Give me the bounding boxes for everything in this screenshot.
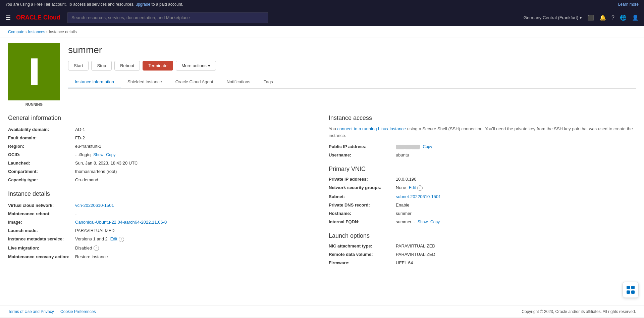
metadata-service-value: Versions 1 and 2: [75, 236, 108, 241]
instance-status-badge: RUNNING: [25, 102, 43, 106]
capacity-type-label: Capacity type:: [8, 177, 75, 182]
vcn-link[interactable]: vcn-20220610-1501: [75, 203, 114, 208]
tabs: Instance information Shielded instance O…: [68, 76, 636, 89]
compartment-row: Compartment: thomasmartens (root): [8, 169, 315, 174]
maintenance-reboot-row: Maintenance reboot: -: [8, 211, 315, 216]
region-info-value: eu-frankfurt-1: [75, 144, 101, 149]
launch-mode-value: PARAVIRTUALIZED: [75, 228, 115, 233]
svg-rect-2: [627, 290, 630, 294]
private-ip-value: 10.0.0.190: [396, 177, 416, 182]
tab-instance-information[interactable]: Instance information: [68, 76, 121, 88]
nsg-info-icon[interactable]: i: [417, 185, 423, 191]
footer: Terms of Use and Privacy Cookie Preferen…: [0, 306, 644, 317]
public-ip-copy-link[interactable]: Copy: [423, 144, 432, 149]
compartment-value: thomasmartens (root): [75, 169, 117, 174]
header-right: Germany Central (Frankfurt) ▾ ⬛ 🔔 ? 🌐 👤: [524, 14, 639, 21]
private-dns-label: Private DNS record:: [329, 202, 396, 208]
private-dns-value: Enable: [396, 202, 409, 208]
maintenance-reboot-value: -: [75, 211, 76, 216]
instance-access-desc: You connect to a running Linux instance …: [329, 126, 636, 139]
network-security-groups-row: Network security groups: None Edit i: [329, 185, 636, 191]
ocid-copy-link[interactable]: Copy: [106, 152, 115, 157]
launch-mode-row: Launch mode: PARAVIRTUALIZED: [8, 228, 315, 233]
public-ip-row: Public IP address: ███ ██ ███ Copy: [329, 144, 636, 149]
svg-rect-1: [631, 286, 635, 289]
general-info-title: General information: [8, 115, 315, 122]
fqdn-copy-link[interactable]: Copy: [430, 220, 440, 224]
instance-image: [8, 43, 60, 100]
oracle-logo: ORACLE Cloud: [16, 14, 60, 21]
hostname-row: Hostname: summer: [329, 211, 636, 216]
compartment-label: Compartment:: [8, 169, 75, 174]
globe-icon[interactable]: 🌐: [620, 14, 627, 21]
maintenance-reboot-label: Maintenance reboot:: [8, 211, 75, 216]
copyright-text: Copyright © 2023, Oracle and/or its affi…: [522, 309, 636, 314]
fqdn-show-link[interactable]: Show: [418, 220, 428, 224]
main-content: RUNNING summer Start Stop Reboot Termina…: [0, 38, 644, 306]
right-column: Instance access You connect to a running…: [329, 115, 636, 273]
network-security-groups-value: None: [396, 185, 406, 190]
action-buttons: Start Stop Reboot Terminate More actions…: [68, 61, 636, 71]
primary-vnic-title: Primary VNIC: [329, 166, 636, 173]
subnet-row: Subnet: subnet-20220610-1501: [329, 194, 636, 199]
search-input[interactable]: [67, 12, 268, 23]
region-selector[interactable]: Germany Central (Frankfurt) ▾: [524, 15, 582, 20]
fault-domain-row: Fault domain: FD-2: [8, 135, 315, 140]
menu-icon[interactable]: ☰: [5, 14, 11, 21]
maintenance-recovery-row: Maintenance recovery action: Restore ins…: [8, 254, 315, 259]
tab-tags[interactable]: Tags: [257, 76, 279, 88]
more-actions-button[interactable]: More actions ▾: [176, 61, 216, 71]
internal-fqdn-label: Internal FQDN:: [329, 219, 396, 224]
nic-attachment-value: PARAVIRTUALIZED: [396, 243, 435, 248]
username-row: Username: ubuntu: [329, 152, 636, 157]
network-security-groups-label: Network security groups:: [329, 185, 396, 190]
learn-more-link[interactable]: Learn more: [618, 2, 639, 7]
top-banner: You are using a Free Tier account. To ac…: [0, 0, 644, 9]
maintenance-recovery-label: Maintenance recovery action:: [8, 254, 75, 259]
help-icon[interactable]: ?: [611, 15, 614, 21]
instance-title: summer: [68, 45, 636, 55]
start-button[interactable]: Start: [68, 61, 89, 71]
hostname-value: summer: [396, 211, 412, 216]
metadata-service-label: Instance metadata service:: [8, 236, 75, 241]
upgrade-link[interactable]: upgrade: [136, 2, 150, 7]
banner-message: You are using a Free Tier account. To ac…: [5, 2, 183, 7]
connect-linux-link[interactable]: connect to a running Linux instance: [337, 126, 406, 131]
metadata-edit-link[interactable]: Edit: [110, 237, 117, 241]
image-label: Image:: [8, 220, 75, 225]
metadata-info-icon[interactable]: i: [119, 237, 124, 242]
firmware-row: Firmware: UEFI_64: [329, 260, 636, 265]
cloud-text: Cloud: [43, 14, 60, 21]
tab-shielded-instance[interactable]: Shielded instance: [121, 76, 169, 88]
notification-bell-icon[interactable]: 🔔: [599, 14, 606, 21]
terminate-button[interactable]: Terminate: [143, 61, 173, 71]
subnet-link[interactable]: subnet-20220610-1501: [396, 194, 441, 199]
nsg-edit-link[interactable]: Edit: [409, 185, 416, 190]
cookie-link[interactable]: Cookie Preferences: [60, 309, 96, 314]
user-icon[interactable]: 👤: [632, 14, 639, 21]
image-link[interactable]: Canonical-Ubuntu-22.04-aarch64-2022.11.0…: [75, 220, 167, 225]
tab-oracle-cloud-agent[interactable]: Oracle Cloud Agent: [169, 76, 220, 88]
breadcrumb-instances[interactable]: Instances: [28, 30, 45, 34]
subnet-label: Subnet:: [329, 194, 396, 199]
instance-header: RUNNING summer Start Stop Reboot Termina…: [0, 38, 644, 106]
capacity-type-row: Capacity type: On-demand: [8, 177, 315, 182]
svg-rect-0: [627, 286, 630, 289]
internal-fqdn-value: summer...: [396, 219, 415, 224]
stop-button[interactable]: Stop: [91, 61, 112, 71]
breadcrumb-compute[interactable]: Compute: [8, 30, 24, 34]
reboot-button[interactable]: Reboot: [114, 61, 140, 71]
live-migration-info-icon[interactable]: i: [94, 245, 99, 251]
availability-domain-row: Availability domain: AD-1: [8, 127, 315, 132]
oracle-text: ORACLE: [16, 14, 42, 21]
breadcrumb: Compute › Instances › Instance details: [0, 26, 644, 38]
ocid-show-link[interactable]: Show: [93, 152, 103, 157]
help-widget[interactable]: [623, 282, 639, 298]
nic-attachment-row: NIC attachment type: PARAVIRTUALIZED: [329, 243, 636, 248]
username-value: ubuntu: [396, 152, 409, 157]
terms-link[interactable]: Terms of Use and Privacy: [8, 309, 54, 314]
tab-notifications[interactable]: Notifications: [220, 76, 257, 88]
cloud-shell-icon[interactable]: ⬛: [587, 14, 594, 21]
private-ip-label: Private IP address:: [329, 177, 396, 182]
primary-vnic-section: Primary VNIC Private IP address: 10.0.0.…: [329, 166, 636, 224]
